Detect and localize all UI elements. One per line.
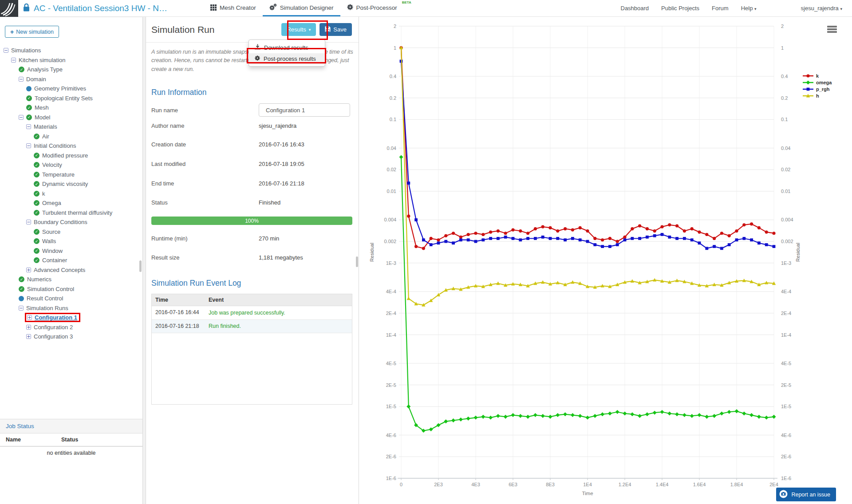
tree-item-configuration-3[interactable]: +Configuration 3 bbox=[0, 332, 140, 342]
collapse-icon[interactable]: − bbox=[11, 58, 16, 63]
project-title: AC - Ventilation Session3 HW - N… bbox=[34, 4, 167, 13]
tree-item-simulation-control[interactable]: ✓Simulation Control bbox=[0, 284, 140, 294]
results-button[interactable]: Results ▾ bbox=[281, 23, 316, 36]
tree-item-label: Numerics bbox=[27, 276, 51, 283]
dot-icon bbox=[19, 296, 24, 301]
tree-item-velocity[interactable]: ✓Velocity bbox=[0, 160, 140, 170]
svg-text:1.8E4: 1.8E4 bbox=[730, 482, 743, 487]
tree-item-configuration-2[interactable]: +Configuration 2 bbox=[0, 323, 140, 332]
app-logo[interactable] bbox=[0, 0, 18, 17]
tree-item-label: Initial Conditions bbox=[34, 142, 76, 149]
new-simulation-button[interactable]: + New simulation bbox=[5, 26, 59, 38]
svg-text:4E-4: 4E-4 bbox=[781, 289, 791, 294]
tree-item-advanced-concepts[interactable]: +Advanced Concepts bbox=[0, 265, 140, 275]
sidebar-scrollbar[interactable] bbox=[139, 260, 142, 272]
menu-item-download-results[interactable]: Download results bbox=[249, 42, 325, 53]
tree-item-temperature[interactable]: ✓Temperature bbox=[0, 170, 140, 180]
tree-item-label: Source bbox=[42, 228, 60, 235]
svg-text:1.6E4: 1.6E4 bbox=[693, 482, 706, 487]
tree-item-result-control[interactable]: Result Control bbox=[0, 294, 140, 303]
nav-link-forum[interactable]: Forum bbox=[712, 5, 729, 12]
svg-text:1E-6: 1E-6 bbox=[386, 476, 396, 481]
tree-item-simulations[interactable]: −Simulations bbox=[0, 46, 140, 55]
collapse-icon[interactable]: − bbox=[19, 77, 24, 82]
collapse-icon[interactable]: − bbox=[26, 124, 31, 129]
expand-icon[interactable]: + bbox=[26, 334, 31, 339]
svg-text:0.02: 0.02 bbox=[387, 167, 396, 172]
collapse-icon[interactable]: − bbox=[26, 143, 31, 148]
tab-simulation-designer[interactable]: Simulation Designer bbox=[263, 0, 340, 16]
nav-link-public-projects[interactable]: Public Projects bbox=[661, 5, 699, 12]
menu-item-post-process-results[interactable]: Post-process results bbox=[249, 53, 325, 64]
chevron-down-icon: ▾ bbox=[754, 7, 757, 11]
svg-text:1E-4: 1E-4 bbox=[386, 332, 396, 338]
tree-item-geometry-primitives[interactable]: Geometry Primitives bbox=[0, 84, 140, 94]
collapse-icon[interactable]: − bbox=[26, 220, 31, 224]
main-nav: Mesh Creator bbox=[204, 0, 412, 16]
run-name-input[interactable] bbox=[259, 103, 350, 117]
tree-item-mesh[interactable]: ✓Mesh bbox=[0, 103, 140, 113]
svg-text:0.04: 0.04 bbox=[781, 146, 790, 151]
check-icon: ✓ bbox=[26, 95, 32, 101]
chart-menu-icon[interactable] bbox=[827, 26, 837, 34]
svg-text:0.2: 0.2 bbox=[781, 95, 788, 101]
progress-bar: 100% bbox=[151, 217, 352, 225]
tree-item-configuration-1[interactable]: +Configuration 1 bbox=[0, 313, 140, 323]
tree-item-numerics[interactable]: ✓Numerics bbox=[0, 275, 140, 284]
tree-item-label: Result Control bbox=[27, 295, 63, 302]
tree-item-window[interactable]: ✓Window bbox=[0, 246, 140, 256]
tree-item-domain[interactable]: −Domain bbox=[0, 75, 140, 84]
expand-icon[interactable]: + bbox=[27, 315, 32, 320]
job-status-panel: Job Status Name Status no entities avail… bbox=[0, 419, 142, 504]
tree-item-omega[interactable]: ✓Omega bbox=[0, 198, 140, 208]
tab-post-processor[interactable]: Post-Processor BETA bbox=[340, 0, 412, 16]
tree-item-kitchen-simulation[interactable]: −Kitchen simulation bbox=[0, 55, 140, 65]
tree-item-initial-conditions[interactable]: −Initial Conditions bbox=[0, 141, 140, 151]
svg-text:2E-5: 2E-5 bbox=[781, 382, 791, 388]
tree-item-label: Configuration 2 bbox=[34, 324, 73, 331]
report-issue-button[interactable]: Report an issue bbox=[776, 488, 836, 501]
tree-item-turbulent-thermal-diffusivity[interactable]: ✓Turbulent thermal diffusivity bbox=[0, 208, 140, 218]
tab-mesh-creator[interactable]: Mesh Creator bbox=[204, 0, 263, 16]
nav-link-dashboard[interactable]: Dashboard bbox=[621, 5, 649, 12]
tree-item-dynamic-viscosity[interactable]: ✓Dynamic viscosity bbox=[0, 179, 140, 189]
top-navbar: AC - Ventilation Session3 HW - N… Mesh C… bbox=[0, 0, 852, 17]
collapse-icon[interactable]: − bbox=[19, 115, 24, 120]
tab-label: Post-Processor bbox=[356, 4, 397, 11]
tree-item-materials[interactable]: −Materials bbox=[0, 122, 140, 132]
tree-item-source[interactable]: ✓Source bbox=[0, 227, 140, 237]
check-icon: ✓ bbox=[34, 153, 39, 158]
collapse-icon[interactable]: − bbox=[4, 48, 8, 53]
svg-text:0: 0 bbox=[400, 482, 402, 487]
tree-item-label: Velocity bbox=[42, 161, 62, 168]
status-value: Finished bbox=[259, 199, 280, 206]
tree-item-simulation-runs[interactable]: −Simulation Runs bbox=[0, 303, 140, 313]
grid-icon bbox=[210, 4, 217, 11]
svg-text:1E-4: 1E-4 bbox=[781, 332, 791, 338]
expand-icon[interactable]: + bbox=[26, 325, 31, 330]
job-status-name-column: Name bbox=[6, 437, 61, 443]
tree-item-modified-pressure[interactable]: ✓Modified pressure bbox=[0, 151, 140, 161]
tree-item-walls[interactable]: ✓Walls bbox=[0, 236, 140, 246]
tree-item-container[interactable]: ✓Container bbox=[0, 256, 140, 265]
check-icon: ✓ bbox=[26, 105, 32, 110]
tree-item-label: Mesh bbox=[35, 104, 49, 111]
user-menu[interactable]: sjesu_rajendra ▾ bbox=[801, 5, 842, 12]
middle-scrollbar[interactable] bbox=[356, 256, 358, 267]
tree-item-label: Model bbox=[35, 114, 50, 121]
tree-item-boundary-conditions[interactable]: −Boundary Conditions bbox=[0, 217, 140, 227]
collapse-icon[interactable]: − bbox=[19, 306, 24, 311]
expand-icon[interactable]: + bbox=[26, 268, 31, 272]
end-time-value: 2016-07-16 21:18 bbox=[259, 180, 304, 187]
nav-link-help[interactable]: Help ▾ bbox=[741, 5, 757, 12]
tree-item-air[interactable]: ✓Air bbox=[0, 132, 140, 142]
svg-text:0.002: 0.002 bbox=[384, 239, 396, 244]
tree-item-analysis-type[interactable]: ✓Analysis Type bbox=[0, 65, 140, 75]
tree-item-topological-entity-sets[interactable]: ✓Topological Entity Sets bbox=[0, 94, 140, 103]
svg-text:1: 1 bbox=[394, 45, 396, 51]
tree-item-model[interactable]: −✓Model bbox=[0, 113, 140, 122]
svg-text:0.01: 0.01 bbox=[387, 189, 396, 194]
cog-icon bbox=[347, 4, 353, 12]
tree-item-k[interactable]: ✓k bbox=[0, 189, 140, 199]
save-button[interactable]: Save bbox=[320, 23, 352, 36]
